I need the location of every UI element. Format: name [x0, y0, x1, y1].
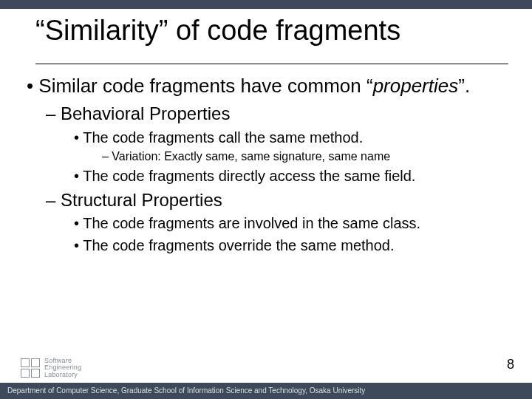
- slide: “Similarity” of code fragments Similar c…: [0, 0, 532, 399]
- logo-text: Software Engineering Laboratory: [44, 358, 81, 378]
- bullet-lvl3: The code fragments override the same met…: [74, 236, 508, 256]
- footer-bar: Department of Computer Science, Graduate…: [0, 383, 532, 399]
- bullet-lvl2: Behavioral Properties The code fragments…: [46, 103, 508, 185]
- bullet-text-em: properties: [373, 75, 459, 97]
- title-rule: [35, 64, 508, 64]
- slide-content: Similar code fragments have common “prop…: [27, 74, 508, 262]
- bullet-text: Variation: Exactly same, same signature,…: [112, 150, 390, 163]
- bullet-lvl4: Variation: Exactly same, same signature,…: [102, 149, 508, 164]
- bullet-text: The code fragments directly access the s…: [83, 168, 415, 184]
- logo-line: Laboratory: [44, 372, 81, 378]
- bullet-text: Similar code fragments have common “: [38, 75, 372, 97]
- logo-icon: [21, 358, 40, 378]
- lab-logo: Software Engineering Laboratory: [21, 358, 81, 378]
- slide-title: “Similarity” of code fragments: [35, 15, 508, 47]
- top-bar: [0, 0, 532, 9]
- bullet-lvl3: The code fragments call the same method.…: [74, 129, 508, 164]
- page-number: 8: [507, 357, 514, 372]
- footer-text: Department of Computer Science, Graduate…: [7, 386, 365, 395]
- bullet-text: Structural Properties: [61, 190, 222, 210]
- bullet-lvl2: Structural Properties The code fragments…: [46, 189, 508, 256]
- bullet-text: The code fragments call the same method.: [83, 129, 363, 146]
- bullet-text: ”.: [458, 75, 470, 97]
- bullet-lvl3: The code fragments directly access the s…: [74, 167, 508, 186]
- bullet-text: The code fragments are involved in the s…: [83, 215, 420, 231]
- bullet-lvl3: The code fragments are involved in the s…: [74, 214, 508, 233]
- bullet-text: The code fragments override the same met…: [83, 237, 394, 253]
- bullet-lvl1: Similar code fragments have common “prop…: [27, 74, 508, 256]
- bullet-text: Behavioral Properties: [61, 103, 230, 123]
